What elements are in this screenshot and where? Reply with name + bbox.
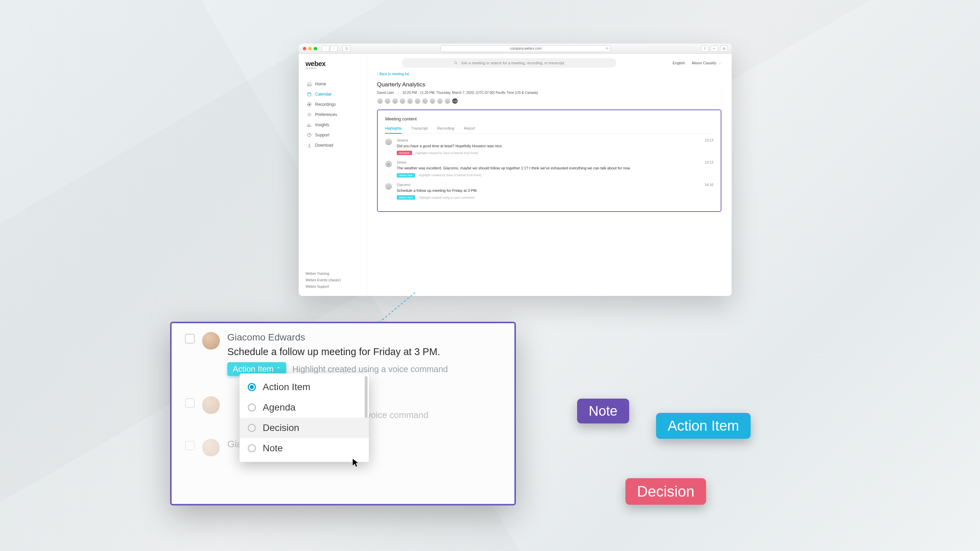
calendar-icon xyxy=(307,92,312,97)
dropdown-option-agenda[interactable]: Agenda xyxy=(240,397,369,418)
speaker-name: Simon xyxy=(397,160,713,164)
checkbox[interactable] xyxy=(185,398,195,408)
avatar xyxy=(202,439,220,456)
highlight-desc: Highlight created using a voice command xyxy=(292,364,448,374)
tag-label: Action Item xyxy=(233,364,274,374)
sidebar-item-label: Home xyxy=(315,82,326,86)
avatar[interactable] xyxy=(422,98,428,104)
zoom-icon[interactable] xyxy=(314,47,317,50)
tab-report[interactable]: Report xyxy=(464,126,475,133)
highlight-text: The weather was excellent. Giacomo, mayb… xyxy=(397,166,713,171)
avatar[interactable] xyxy=(430,98,436,104)
avatar[interactable] xyxy=(399,98,406,104)
avatar[interactable] xyxy=(385,98,391,104)
sidebar: webex by CISCO Home Calendar Recordings xyxy=(299,54,367,296)
highlight-desc: Highlight created by Sara (Channel End P… xyxy=(415,151,479,155)
highlight-tag[interactable]: Decision xyxy=(397,151,412,155)
record-icon xyxy=(307,102,312,107)
dropdown-option-action-item[interactable]: Action Item xyxy=(240,377,369,397)
address-bar[interactable]: company.webex.com ⟳ xyxy=(441,45,611,52)
avatar[interactable] xyxy=(377,98,383,104)
avatar[interactable] xyxy=(414,98,421,104)
host-name: David Liam xyxy=(377,91,394,95)
footer-link[interactable]: Webex Support xyxy=(305,283,360,290)
sidebar-item-insights[interactable]: Insights xyxy=(305,121,360,129)
option-label: Action Item xyxy=(263,382,310,392)
avatar xyxy=(202,332,220,349)
highlight-row: Giacomo Schedule a follow up meeting for… xyxy=(385,183,713,200)
tab-transcript[interactable]: Transcript xyxy=(411,126,428,133)
share-icon[interactable]: ⇪ xyxy=(701,46,708,52)
help-icon xyxy=(307,133,312,137)
option-label: Note xyxy=(263,443,283,454)
timestamp: 14:10 xyxy=(705,183,713,187)
reload-icon[interactable]: ⟳ xyxy=(606,47,608,50)
highlight-row: Jessica Did you have a good time at leas… xyxy=(385,138,713,155)
speaker-name: Jessica xyxy=(397,138,713,142)
checkbox[interactable] xyxy=(185,334,195,343)
back-button[interactable]: ‹ xyxy=(322,46,329,52)
radio-icon xyxy=(248,403,256,411)
avatar[interactable] xyxy=(392,98,398,104)
new-tab-icon[interactable]: + xyxy=(711,46,718,52)
sidebar-item-home[interactable]: Home xyxy=(305,79,360,89)
gear-icon xyxy=(307,112,312,117)
svg-rect-0 xyxy=(308,93,311,96)
sidebar-toggle-icon[interactable]: ▥ xyxy=(342,46,350,52)
back-link[interactable]: ‹ Back to meeting list xyxy=(377,72,721,76)
dropdown-option-decision[interactable]: Decision xyxy=(240,418,369,438)
forward-button[interactable]: › xyxy=(330,46,337,52)
dropdown-option-note[interactable]: Note xyxy=(240,438,369,459)
checkbox[interactable] xyxy=(185,441,195,450)
sidebar-item-support[interactable]: Support xyxy=(305,130,360,140)
invitee-more[interactable]: +12 xyxy=(452,98,458,104)
tabs-icon[interactable]: ⧉ xyxy=(720,46,727,52)
logo-subtitle: by CISCO xyxy=(305,67,360,69)
meeting-time: 10:20 PM - 11:20 PM, Thursday, March 7, … xyxy=(402,91,538,95)
sidebar-item-calendar[interactable]: Calendar xyxy=(305,90,360,98)
zoom-panel: Giacomo Edwards Schedule a follow up mee… xyxy=(170,322,516,505)
meeting-content-card: Meeting content Highlights Transcript Re… xyxy=(377,110,721,212)
highlight-tag[interactable]: Action Item xyxy=(397,173,415,178)
invitee-list: +12 xyxy=(377,98,721,104)
highlight-tag[interactable]: Action Item xyxy=(397,195,415,200)
footer-link[interactable]: Webex Events (classic) xyxy=(305,277,360,283)
tab-recording[interactable]: Recording xyxy=(437,126,454,133)
minimize-icon[interactable] xyxy=(308,47,312,50)
avatar xyxy=(385,138,392,145)
avatar xyxy=(385,183,392,190)
topbar: Join a meeting or search for a meeting, … xyxy=(367,54,732,72)
logo: webex xyxy=(305,60,360,68)
footer-link[interactable]: Webex Training xyxy=(305,270,360,277)
speaker-name: Giacomo Edwards xyxy=(227,332,501,343)
language-selector[interactable]: English xyxy=(673,61,685,65)
close-icon[interactable] xyxy=(303,47,306,50)
sidebar-footer: Webex Training Webex Events (classic) We… xyxy=(305,270,360,290)
tag-dropdown: Action Item Agenda Decision Note xyxy=(240,373,369,462)
user-menu[interactable]: Alison Cassidy ⌄ xyxy=(692,61,721,65)
address-bar-wrap: company.webex.com ⟳ xyxy=(353,45,698,52)
search-input[interactable]: Join a meeting or search for a meeting, … xyxy=(402,58,616,68)
search-icon xyxy=(454,61,458,65)
speaker-name: Giacomo xyxy=(397,183,713,187)
highlight-desc: Highlight created using a voice command xyxy=(418,196,475,199)
svg-point-2 xyxy=(309,104,310,105)
url-text: company.webex.com xyxy=(510,47,541,50)
zoom-highlight-row: Giacomo Edwards Schedule a follow up mee… xyxy=(172,323,514,379)
user-name: Alison Cassidy xyxy=(692,61,716,65)
home-icon xyxy=(307,82,312,86)
sidebar-item-recordings[interactable]: Recordings xyxy=(305,100,360,109)
svg-point-3 xyxy=(309,114,310,115)
sidebar-item-preferences[interactable]: Preferences xyxy=(305,110,360,119)
chevron-up-icon: ⌃ xyxy=(276,366,281,372)
option-label: Decision xyxy=(263,422,299,433)
sidebar-item-download[interactable]: Download xyxy=(305,141,360,150)
avatar[interactable] xyxy=(444,98,450,104)
tab-highlights[interactable]: Highlights xyxy=(385,126,401,134)
avatar[interactable] xyxy=(407,98,413,104)
avatar[interactable] xyxy=(437,98,443,104)
chevron-down-icon: ⌄ xyxy=(718,61,721,65)
highlight-row: S Simon The weather was excellent. Giaco… xyxy=(385,160,713,177)
page-title: Quarterly Analytics xyxy=(377,81,721,88)
radio-icon xyxy=(248,444,256,453)
